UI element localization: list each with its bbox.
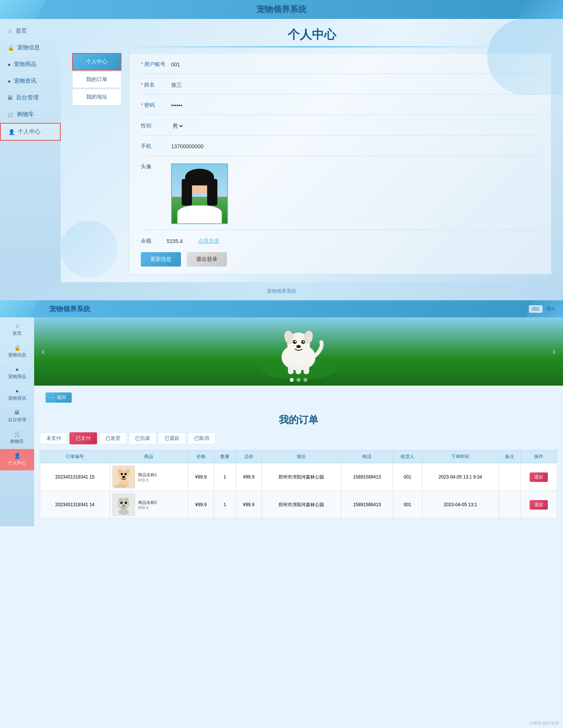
total-1: ¥99.9 [236, 463, 262, 491]
name-label: * 姓名 [141, 82, 171, 88]
title-divider [120, 46, 503, 47]
avatar-image[interactable] [171, 163, 228, 224]
bottom-home-icon: ☆ [15, 323, 20, 329]
product-name-2: 商品名称2 [138, 500, 157, 505]
phone-value [171, 143, 540, 149]
tab-unpaid[interactable]: 未支付 [40, 432, 68, 444]
bottom-sidebar-home[interactable]: ☆ 首页 [0, 319, 34, 341]
product-price-1: ¥99.9 [138, 478, 157, 482]
bottom-cart-icon: 🛒 [14, 431, 20, 437]
sub-menu-orders-label: 我的订单 [86, 76, 107, 82]
back-button[interactable]: ← 返回 [46, 392, 72, 403]
sidebar-item-profile[interactable]: 👤 个人中心 [0, 123, 61, 141]
table-row: 2023451319341 15 [40, 463, 557, 491]
refund-button-2[interactable]: 退款 [530, 500, 548, 510]
bottom-sidebar-cart[interactable]: 🛒 购物车 [0, 427, 34, 449]
order-time-2: 2023-04-05 13:1 [422, 491, 499, 519]
bottom-dot-icon2: ● [16, 388, 19, 394]
address-1: 郑州市淳阳河森林公园 [262, 463, 341, 491]
top-section: 宠物领养系统 ☆ 首页 🔒 宠物信息 ● 宠物用品 ● 宠物资讯 🏛 后台管 [0, 0, 563, 300]
logout-button[interactable]: 退出登录 [187, 252, 227, 267]
bottom-cart-label: 购物车 [10, 438, 24, 445]
svg-point-26 [120, 502, 123, 504]
phone-input[interactable] [171, 143, 540, 149]
bottom-sidebar-profile[interactable]: 👤 个人中心 [0, 449, 34, 471]
name-value [171, 82, 540, 88]
deco-top-right [487, 19, 563, 95]
avatar-row: 头像 [141, 163, 540, 230]
update-button[interactable]: 更新信息 [141, 252, 181, 267]
tab-shipped[interactable]: 已发货 [99, 432, 127, 444]
remark-1 [499, 463, 521, 491]
col-total: 总价 [236, 450, 262, 463]
receiver-1: 001 [393, 463, 422, 491]
profile-form: * 用户账号 * 姓名 [129, 53, 552, 275]
banner-next[interactable]: › [549, 342, 559, 361]
price-2: ¥99.9 [188, 491, 214, 519]
bottom-sidebar-pet-goods[interactable]: ● 宠物用品 [0, 362, 34, 384]
chevron-left-icon: ‹ [42, 346, 45, 356]
bottom-sidebar-pet-info[interactable]: 🔒 宠物信息 [0, 341, 34, 362]
svg-point-27 [124, 502, 127, 504]
sidebar-top: ☆ 首页 🔒 宠物信息 ● 宠物用品 ● 宠物资讯 🏛 后台管理 🛒 购物车 [0, 19, 61, 282]
svg-point-9 [296, 345, 301, 348]
tab-cancelled[interactable]: 已取消 [188, 432, 215, 444]
col-action: 操作 [521, 450, 557, 463]
sidebar-label-pet-news: 宠物资讯 [14, 77, 36, 85]
user-badge: 001 [529, 305, 543, 313]
product-thumb-1: 宠物零食 [112, 466, 135, 488]
tab-completed[interactable]: 已完成 [129, 432, 156, 444]
total-2: ¥99.9 [236, 491, 262, 519]
product-img-1: 宠物零食 [113, 466, 135, 488]
recharge-link[interactable]: 点我充值 [198, 238, 219, 245]
tab-refunded[interactable]: 已退款 [158, 432, 186, 444]
svg-text:宠物零食: 宠物零食 [114, 485, 126, 488]
sidebar-item-cart[interactable]: 🛒 购物车 [0, 106, 61, 123]
watermark: CSDN @行太阳 [530, 720, 559, 726]
header-right: 001 退出 [529, 305, 555, 313]
product-img-2 [113, 493, 135, 516]
bottom-section: 宠物领养系统 001 退出 ☆ 首页 🔒 宠物信息 ● 宠物用品 ● 宠物资讯 [0, 300, 563, 728]
product-cell-2: 商品名称2 ¥99.9 [110, 491, 188, 519]
svg-point-7 [294, 341, 296, 342]
user-id-input[interactable] [171, 61, 540, 67]
banner-dot-3[interactable] [304, 378, 307, 382]
bottom-dot-icon1: ● [16, 366, 19, 372]
sidebar-item-admin[interactable]: 🏛 后台管理 [0, 89, 61, 106]
sub-menu-profile-label: 个人中心 [86, 58, 107, 64]
sidebar-item-pet-info[interactable]: 🔒 宠物信息 [0, 39, 61, 56]
sidebar-item-home[interactable]: ☆ 首页 [0, 23, 61, 39]
bottom-sidebar-admin[interactable]: 🏛 后台管理 [0, 406, 34, 427]
svg-point-8 [303, 341, 304, 342]
order-id-1: 2023451319341 15 [40, 463, 110, 491]
gender-select[interactable]: 男 女 [171, 122, 184, 129]
sub-menu-profile[interactable]: 个人中心 [72, 53, 121, 71]
banner-prev[interactable]: ‹ [38, 342, 49, 361]
user-id-label: * 用户账号 [141, 61, 171, 68]
banner-dot-1[interactable] [290, 378, 294, 382]
bottom-pet-goods-label: 宠物用品 [8, 373, 26, 380]
refund-button-1[interactable]: 退款 [530, 472, 548, 482]
action-buttons: 更新信息 退出登录 [141, 252, 540, 267]
bottom-app-title: 宠物领养系统 [49, 304, 90, 314]
sub-menu-orders[interactable]: 我的订单 [72, 71, 121, 88]
product-price-2: ¥99.9 [138, 505, 157, 510]
receiver-2: 001 [393, 491, 422, 519]
gender-row: 性别 男 女 [141, 122, 540, 135]
col-order-id: 订单编号 [40, 450, 110, 463]
content-area: 个人中心 我的订单 我的地址 * 用户账号 [72, 53, 552, 275]
sidebar-item-pet-goods[interactable]: ● 宠物用品 [0, 56, 61, 73]
banner-dot-2[interactable] [297, 378, 300, 382]
header-logout-link[interactable]: 退出 [546, 306, 555, 312]
name-input[interactable] [171, 82, 540, 88]
tab-paid[interactable]: 已支付 [69, 432, 97, 444]
sidebar-item-pet-news[interactable]: ● 宠物资讯 [0, 73, 61, 89]
sub-menu-address[interactable]: 我的地址 [72, 89, 121, 105]
bottom-sidebar-pet-news[interactable]: ● 宠物资讯 [0, 384, 34, 406]
balance-label: 余额 [141, 238, 151, 245]
password-input[interactable] [171, 102, 540, 108]
product-thumb-inner-1: 宠物零食 [113, 466, 135, 488]
banner-dots [290, 378, 307, 382]
banner: ‹ › [34, 317, 563, 386]
phone-2: 15891589413 [341, 491, 393, 519]
